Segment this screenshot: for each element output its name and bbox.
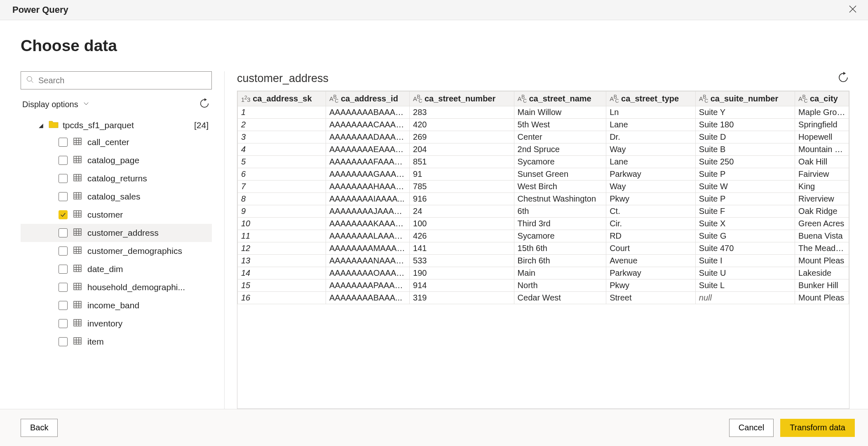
cancel-button[interactable]: Cancel <box>729 419 774 437</box>
table-cell[interactable]: Pkwy <box>606 193 696 205</box>
table-cell[interactable]: Mount Pleas <box>795 255 849 267</box>
table-cell[interactable]: Suite D <box>695 131 795 143</box>
column-header[interactable]: ABCca_city <box>795 92 849 106</box>
table-cell[interactable]: 10 <box>238 218 326 230</box>
table-cell[interactable]: 24 <box>410 205 514 218</box>
checkbox[interactable] <box>59 246 68 256</box>
table-cell[interactable]: Cedar West <box>514 292 606 304</box>
table-cell[interactable]: Pkwy <box>606 279 696 292</box>
tree-item[interactable]: catalog_returns <box>21 169 212 188</box>
table-cell[interactable]: Suite 180 <box>695 119 795 131</box>
table-cell[interactable]: Dr. <box>606 131 696 143</box>
table-cell[interactable]: Birch 6th <box>514 255 606 267</box>
table-cell[interactable]: West Birch <box>514 181 606 193</box>
expand-collapse-icon[interactable]: ◢ <box>39 122 45 129</box>
column-header[interactable]: ABCca_suite_number <box>695 92 795 106</box>
table-cell[interactable]: Green Acres <box>795 218 849 230</box>
table-cell[interactable]: 8 <box>238 193 326 205</box>
table-row[interactable]: 16AAAAAAAABAAA...319Cedar WestStreetnull… <box>238 292 849 304</box>
table-row[interactable]: 12AAAAAAAAMAAAA...14115th 6thCourtSuite … <box>238 242 849 255</box>
table-cell[interactable]: Suite P <box>695 193 795 205</box>
column-header[interactable]: ABCca_street_type <box>606 92 696 106</box>
table-cell[interactable]: Main <box>514 267 606 279</box>
table-row[interactable]: 7AAAAAAAAHAAAA...785West BirchWaySuite W… <box>238 181 849 193</box>
checkbox[interactable] <box>59 174 68 183</box>
table-cell[interactable]: RD <box>606 230 696 242</box>
table-cell[interactable]: 6th <box>514 205 606 218</box>
table-cell[interactable]: 13 <box>238 255 326 267</box>
table-cell[interactable]: Street <box>606 292 696 304</box>
table-cell[interactable]: 2 <box>238 119 326 131</box>
table-cell[interactable]: Center <box>514 131 606 143</box>
table-cell[interactable]: Sycamore <box>514 230 606 242</box>
table-cell[interactable]: Lane <box>606 119 696 131</box>
search-input-wrapper[interactable] <box>21 71 212 89</box>
table-cell[interactable]: 6 <box>238 168 326 181</box>
table-cell[interactable]: Maple Grove <box>795 106 849 119</box>
checkbox[interactable] <box>59 337 68 346</box>
table-row[interactable]: 14AAAAAAAAOAAAA...190MainParkwaySuite UL… <box>238 267 849 279</box>
table-cell[interactable]: Avenue <box>606 255 696 267</box>
table-cell[interactable]: Lane <box>606 156 696 168</box>
table-cell[interactable]: 420 <box>410 119 514 131</box>
table-cell[interactable]: 785 <box>410 181 514 193</box>
table-row[interactable]: 9AAAAAAAAJAAAA...246thCt.Suite FOak Ridg… <box>238 205 849 218</box>
table-cell[interactable]: 3 <box>238 131 326 143</box>
table-cell[interactable]: AAAAAAAACAAAA... <box>326 119 409 131</box>
refresh-preview-button[interactable] <box>837 71 849 86</box>
table-cell[interactable]: Sycamore <box>514 156 606 168</box>
table-cell[interactable]: 5 <box>238 156 326 168</box>
table-cell[interactable]: Riverview <box>795 193 849 205</box>
checkbox[interactable] <box>59 210 68 219</box>
table-cell[interactable]: Suite G <box>695 230 795 242</box>
table-cell[interactable]: 851 <box>410 156 514 168</box>
tree-item[interactable]: date_dim <box>21 260 212 278</box>
tree-item[interactable]: income_band <box>21 296 212 315</box>
column-header[interactable]: ABCca_street_number <box>410 92 514 106</box>
table-cell[interactable]: Fairview <box>795 168 849 181</box>
table-cell[interactable]: Suite 250 <box>695 156 795 168</box>
table-cell[interactable]: Oak Ridge <box>795 205 849 218</box>
table-cell[interactable]: Suite I <box>695 255 795 267</box>
table-cell[interactable]: AAAAAAAAFAAAA... <box>326 156 409 168</box>
table-cell[interactable]: AAAAAAAAJAAAA... <box>326 205 409 218</box>
table-cell[interactable]: 14 <box>238 267 326 279</box>
table-cell[interactable]: Ct. <box>606 205 696 218</box>
checkbox[interactable] <box>59 192 68 201</box>
table-cell[interactable]: Suite Y <box>695 106 795 119</box>
column-header[interactable]: 123ca_address_sk <box>238 92 326 106</box>
checkbox[interactable] <box>59 283 68 292</box>
tree-folder-row[interactable]: ◢ tpcds_sf1_parquet [24] <box>21 117 212 133</box>
table-cell[interactable]: 204 <box>410 143 514 156</box>
table-cell[interactable]: Suite L <box>695 279 795 292</box>
data-grid-wrapper[interactable]: 123ca_address_skABCca_address_idABCca_st… <box>237 91 849 409</box>
tree-item[interactable]: inventory <box>21 315 212 333</box>
table-cell[interactable]: AAAAAAAALAAAA... <box>326 230 409 242</box>
table-row[interactable]: 13AAAAAAAANAAAA...533Birch 6thAvenueSuit… <box>238 255 849 267</box>
table-cell[interactable]: Suite 470 <box>695 242 795 255</box>
table-cell[interactable]: Suite X <box>695 218 795 230</box>
checkbox[interactable] <box>59 319 68 328</box>
table-row[interactable]: 1AAAAAAAABAAAA...283Main WillowLnSuite Y… <box>238 106 849 119</box>
table-cell[interactable]: 12 <box>238 242 326 255</box>
table-cell[interactable]: Parkway <box>606 267 696 279</box>
table-cell[interactable]: AAAAAAAAPAAAA... <box>326 279 409 292</box>
table-cell[interactable]: Mount Pleas <box>795 292 849 304</box>
tree-item[interactable]: catalog_sales <box>21 188 212 206</box>
table-row[interactable]: 3AAAAAAAADAAAA...269CenterDr.Suite DHope… <box>238 131 849 143</box>
checkbox[interactable] <box>59 301 68 310</box>
table-cell[interactable]: AAAAAAAAEAAAA... <box>326 143 409 156</box>
checkbox[interactable] <box>59 228 68 237</box>
table-row[interactable]: 15AAAAAAAAPAAAA...914NorthPkwySuite LBun… <box>238 279 849 292</box>
column-header[interactable]: ABCca_address_id <box>326 92 409 106</box>
tree-item[interactable]: household_demographi... <box>21 278 212 296</box>
table-cell[interactable]: 269 <box>410 131 514 143</box>
table-cell[interactable]: Cir. <box>606 218 696 230</box>
table-cell[interactable]: 916 <box>410 193 514 205</box>
table-cell[interactable]: AAAAAAAAIAAAA... <box>326 193 409 205</box>
table-cell[interactable]: Sunset Green <box>514 168 606 181</box>
table-cell[interactable]: Way <box>606 143 696 156</box>
search-input[interactable] <box>38 72 206 89</box>
table-cell[interactable]: null <box>695 292 795 304</box>
table-cell[interactable]: 91 <box>410 168 514 181</box>
